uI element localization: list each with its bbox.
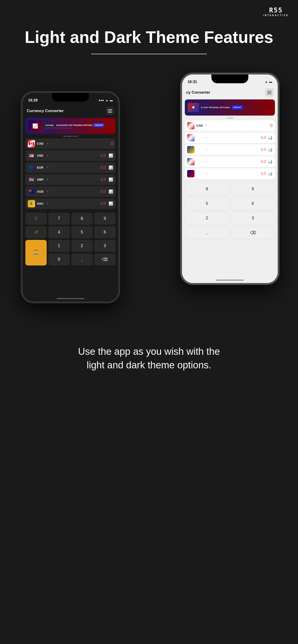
currency-row-usd-dark[interactable]: 🇺🇸 USD ▾ 0,0 📊 [25, 150, 115, 161]
app-title-light: cy Converter [186, 90, 210, 95]
currency-code-cad-light: CAD [196, 124, 205, 127]
key-2-light[interactable]: 2 [185, 212, 229, 225]
key-4-dark[interactable]: 4 [48, 226, 70, 238]
phone-dark-inner: 16:29 ●●● ▲ ▬ Currency Converter [23, 93, 118, 302]
currency-row-base-light[interactable]: CAD ▾ 0 [185, 120, 275, 131]
chart-icon-aud-light: 📊 [268, 172, 273, 176]
chevron-gbp-dark: ▾ [47, 178, 48, 181]
banner-text-light: D CFD TRADING OPTIONS [201, 106, 230, 109]
menu-line-2 [267, 92, 271, 93]
currency-row-aud-dark[interactable]: 🇦🇺 AUD ▾ 0,0 📊 [25, 186, 115, 197]
banner-light: 📈 D CFD TRADING OPTIONS SIGN UP [185, 100, 275, 116]
currency-row-eur-light[interactable]: ▾ 0,0 📊 [185, 144, 275, 155]
currency-value-aud-light: 0,0 [208, 172, 266, 176]
chart-icon-xau-dark: 📊 [109, 201, 113, 206]
currency-list-dark: 🇨🇦 CAD ▾ 0 🇺🇸 USD ▾ 0,0 📊 🇪🇺 EUR [23, 138, 118, 210]
home-indicator-light [216, 280, 244, 281]
key-8-light[interactable]: 8 [185, 183, 229, 196]
chart-icon-eur-light: 📊 [268, 148, 273, 152]
currency-row-cad-dark[interactable]: 🇨🇦 CAD ▾ 0 [25, 138, 115, 149]
key-calculator-dark[interactable]: 🧮 [25, 240, 47, 266]
menu-button-dark[interactable] [106, 107, 114, 115]
chart-icon-gbp-dark: 📊 [109, 178, 113, 182]
key-6-light[interactable]: 6 [231, 197, 275, 210]
chevron-cad-light: ▾ [206, 124, 207, 127]
flag-eur-light [187, 146, 195, 154]
flag-eur-dark: 🇪🇺 [28, 164, 35, 172]
phone-dark: 16:29 ●●● ▲ ▬ Currency Converter [21, 91, 120, 303]
key-backspace-dark[interactable]: ⌫ [94, 254, 115, 266]
currency-value-gbp-light: 0,0 [208, 160, 266, 164]
flag-aud-light [187, 170, 195, 178]
banner-image-dark: 📈 [28, 120, 42, 132]
currency-value-cad-light: 0 [208, 123, 273, 128]
currency-code-gbp-dark: GBP [37, 178, 45, 181]
status-icons-light: ▲ ▬ [265, 80, 272, 84]
flag-xau-dark: € [28, 200, 35, 207]
key-9-light[interactable]: 9 [231, 183, 275, 196]
key-9-dark[interactable]: 9 [94, 213, 115, 225]
flag-usd-dark: 🇺🇸 [28, 152, 35, 160]
footer-text: Use the app as you wish with the light a… [45, 326, 253, 390]
flag-gbp-dark: 🇬🇧 [28, 176, 35, 183]
notch-light [211, 74, 248, 83]
key-1-dark[interactable]: 1 [48, 240, 70, 252]
banner-image-light: 📈 [188, 103, 199, 112]
wifi-icon-dark: ▲ [105, 98, 108, 102]
status-time-light: 16:31 [188, 80, 197, 84]
chart-icon-aud-dark: 📊 [109, 189, 113, 194]
currency-row-xau-dark[interactable]: € XAU ▾ 0,0 📊 [25, 198, 115, 209]
logo: R55 INTERACTIVE [263, 7, 289, 16]
currency-row-usd-light[interactable]: ▾ 0,0 📊 [185, 132, 275, 143]
chevron-xau-dark: ▾ [47, 202, 48, 205]
key-3-dark[interactable]: 3 [94, 240, 115, 252]
menu-button-light[interactable] [265, 88, 273, 97]
key-2-dark[interactable]: 2 [71, 240, 93, 252]
currency-row-gbp-light[interactable]: ▾ 0,0 📊 [185, 156, 275, 167]
key-refresh-dark[interactable]: ↺ [25, 226, 47, 238]
key-backspace-light[interactable]: ⌫ [231, 226, 275, 239]
currency-code-aud-dark: AUD [37, 190, 45, 193]
currency-code-eur-dark: EUR [37, 166, 45, 169]
chevron-eur-light: ▾ [206, 148, 207, 150]
currency-row-aud-light[interactable]: ▾ 0,0 📊 [185, 168, 275, 179]
key-5-light[interactable]: 5 [185, 197, 229, 210]
banner-content-dark: Fortrade ADVANCED CFD TRADING OPTIONS SI… [44, 124, 104, 128]
keypad-light: 8 9 5 6 2 3 , ⌫ [182, 181, 278, 241]
key-comma-light[interactable]: , [185, 226, 229, 239]
banner-text-dark: ADVANCED CFD TRADING OPTIONS [56, 124, 93, 126]
logo-main: R55 [263, 7, 289, 14]
currency-value-eur-dark: 0,0 [50, 166, 106, 170]
key-0-dark[interactable]: 0 [48, 254, 70, 266]
chevron-aud-dark: ▾ [47, 190, 48, 193]
key-8-dark[interactable]: 8 [71, 213, 93, 225]
app-header-light: cy Converter [182, 86, 278, 98]
currency-row-gbp-dark[interactable]: 🇬🇧 GBP ▾ 0,0 📊 [25, 174, 115, 185]
header-divider [91, 54, 207, 54]
page-title: Light and Dark Theme Features [25, 28, 273, 47]
banner-progress [44, 128, 72, 128]
chevron-usd-dark: ▾ [47, 154, 48, 157]
flag-aud-dark: 🇦🇺 [28, 188, 35, 195]
currency-row-eur-dark[interactable]: 🇪🇺 EUR ▾ 0,0 📊 [25, 162, 115, 173]
banner-disclaimer-light: s at risk [182, 116, 278, 120]
chevron-aud-light: ▾ [206, 172, 207, 174]
key-5-dark[interactable]: 5 [71, 226, 93, 238]
currency-code-xau-dark: XAU [37, 202, 45, 205]
phones-container: 16:31 ▲ ▬ cy Converter 📈 [0, 73, 298, 326]
page-header: Light and Dark Theme Features [6, 28, 292, 47]
banner-button-dark[interactable]: SIGN UP [93, 124, 104, 127]
key-comma-dark[interactable]: , [71, 254, 93, 266]
key-6-dark[interactable]: 6 [94, 226, 115, 238]
status-time-dark: 16:29 [28, 98, 38, 102]
key-3-light[interactable]: 3 [231, 212, 275, 225]
key-7-dark[interactable]: 7 [48, 213, 70, 225]
banner-button-light[interactable]: SIGN UP [232, 106, 243, 109]
signal-icon: ●●● [99, 98, 104, 102]
chevron-usd-light: ▾ [206, 136, 207, 139]
wifi-icon: ▲ [265, 80, 268, 84]
chart-icon-gbp-light: 📊 [268, 160, 273, 164]
currency-list-light: CAD ▾ 0 ▾ 0,0 📊 ▾ 0,0 [182, 120, 278, 180]
key-clear-dark[interactable]: C [25, 213, 47, 225]
home-indicator-dark [57, 298, 84, 299]
